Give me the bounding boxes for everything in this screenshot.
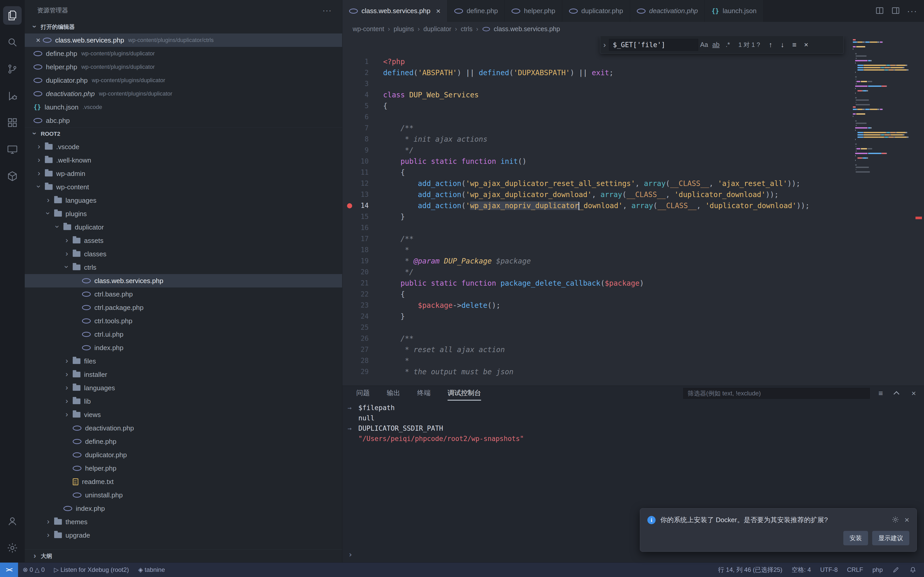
tree-item-lib[interactable]: ›lib xyxy=(25,395,342,408)
open-editor-deactivation.php[interactable]: deactivation.phpwp-content/plugins/dupli… xyxy=(25,87,342,100)
activity-item-source-control[interactable] xyxy=(2,56,23,82)
panel-tab-终端[interactable]: 终端 xyxy=(417,386,431,401)
open-editor-launch.json[interactable]: {}launch.json.vscode xyxy=(25,100,342,114)
install-button[interactable]: 安装 xyxy=(843,531,868,545)
activity-item-extensions[interactable] xyxy=(2,109,23,136)
tab-class.web.services.php[interactable]: class.web.services.php× xyxy=(342,0,447,22)
tree-item-class.web.services.php[interactable]: class.web.services.php xyxy=(25,274,342,287)
tab-define.php[interactable]: define.php xyxy=(447,0,505,22)
breadcrumb-item[interactable]: duplicator xyxy=(423,25,451,33)
tab-duplicator.php[interactable]: duplicator.php xyxy=(562,0,630,22)
status-item-eol[interactable]: CRLF xyxy=(842,562,868,577)
gutter[interactable]: 15 xyxy=(342,211,383,222)
panel-tab-问题[interactable]: 问题 xyxy=(356,386,370,401)
toggle-replace-icon[interactable]: › xyxy=(600,40,609,49)
gutter[interactable]: 4 xyxy=(342,89,383,100)
activity-item-search[interactable] xyxy=(2,29,23,56)
gutter[interactable]: 6 xyxy=(342,111,383,122)
find-in-selection-button[interactable]: ≡ xyxy=(788,39,800,51)
breadcrumb-item[interactable]: plugins xyxy=(394,25,414,33)
open-editor-class.web.services.php[interactable]: ×class.web.services.phpwp-content/plugin… xyxy=(25,34,342,47)
output-view-icon[interactable]: ≡ xyxy=(875,388,886,399)
close-panel-icon[interactable]: × xyxy=(908,388,919,399)
tree-item-duplicator.php[interactable]: duplicator.php xyxy=(25,448,342,462)
tab-helper.php[interactable]: helper.php xyxy=(505,0,562,22)
tree-item-ctrls[interactable]: ›ctrls xyxy=(25,261,342,274)
open-editor-duplicator.php[interactable]: duplicator.phpwp-content/plugins/duplica… xyxy=(25,74,342,87)
gutter[interactable]: 28 xyxy=(342,355,383,366)
code-editor[interactable]: 1<?php2defined('ABSPATH') || defined('DU… xyxy=(342,36,924,385)
gutter[interactable]: 7 xyxy=(342,122,383,134)
activity-item-references[interactable] xyxy=(2,163,23,190)
gutter[interactable]: 20 xyxy=(342,267,383,278)
gutter[interactable]: 22 xyxy=(342,289,383,300)
close-tab-icon[interactable]: × xyxy=(436,7,441,15)
gutter[interactable]: 10 xyxy=(342,156,383,167)
gutter[interactable]: 5 xyxy=(342,100,383,111)
gutter[interactable]: 12 xyxy=(342,178,383,189)
gutter[interactable]: 3 xyxy=(342,78,383,89)
root2-section-header[interactable]: › ROOT2 xyxy=(25,127,342,140)
tree-item-ctrl.tools.php[interactable]: ctrl.tools.php xyxy=(25,314,342,328)
maximize-panel-icon[interactable] xyxy=(892,388,903,399)
activity-item-settings[interactable] xyxy=(2,535,23,561)
status-item-notifications[interactable] xyxy=(905,562,921,577)
gutter[interactable]: 1 xyxy=(342,56,383,67)
minimap[interactable] xyxy=(848,39,913,385)
tree-item-define.php[interactable]: define.php xyxy=(25,435,342,448)
gutter[interactable]: 8 xyxy=(342,134,383,145)
gutter[interactable]: 16 xyxy=(342,222,383,234)
tab-deactivation.php[interactable]: deactivation.php xyxy=(630,0,705,22)
tree-item-views[interactable]: ›views xyxy=(25,408,342,421)
gutter[interactable]: 25 xyxy=(342,322,383,333)
tree-item-languages[interactable]: ›languages xyxy=(25,381,342,395)
gutter[interactable]: 29 xyxy=(342,366,383,377)
gutter[interactable]: 13 xyxy=(342,189,383,200)
status-item-cursor-position[interactable]: 行 14, 列 46 (已选择25) xyxy=(713,562,787,577)
status-item-language-mode[interactable]: php xyxy=(868,562,887,577)
tree-item-wp-admin[interactable]: ›wp-admin xyxy=(25,167,342,181)
match-case-button[interactable]: Aa xyxy=(698,39,710,51)
tree-item-helper.php[interactable]: helper.php xyxy=(25,462,342,475)
tree-item-themes[interactable]: ›themes xyxy=(25,515,342,529)
status-item-feedback[interactable] xyxy=(887,562,905,577)
tree-item-uninstall.php[interactable]: uninstall.php xyxy=(25,488,342,502)
find-input[interactable] xyxy=(609,39,698,51)
tree-item-deactivation.php[interactable]: deactivation.php xyxy=(25,421,342,435)
gutter[interactable]: 23 xyxy=(342,300,383,311)
status-item-xdebug-listen[interactable]: ▷ Listen for Xdebug (root2) xyxy=(49,562,134,577)
outline-section-header[interactable]: › 大纲 xyxy=(25,550,342,562)
panel-tab-输出[interactable]: 输出 xyxy=(387,386,400,401)
gutter[interactable]: 9 xyxy=(342,145,383,156)
tree-item-plugins[interactable]: ›plugins xyxy=(25,207,342,221)
gutter[interactable]: 26 xyxy=(342,333,383,344)
tree-item-upgrade[interactable]: ›upgrade xyxy=(25,529,342,542)
open-editor-abc.php[interactable]: abc.php xyxy=(25,114,342,127)
previous-match-button[interactable]: ↑ xyxy=(765,39,777,51)
console-filter-input[interactable] xyxy=(683,388,870,399)
tab-launch.json[interactable]: {}launch.json xyxy=(705,0,763,22)
breadcrumb-file[interactable]: class.web.services.php xyxy=(482,25,560,33)
tree-item-languages[interactable]: ›languages xyxy=(25,194,342,207)
close-notification-icon[interactable]: × xyxy=(905,515,909,525)
tree-item-ctrl.package.php[interactable]: ctrl.package.php xyxy=(25,301,342,314)
open-editors-header[interactable]: › 打开的编辑器 xyxy=(25,21,342,34)
status-item-indentation[interactable]: 空格: 4 xyxy=(787,562,816,577)
open-editor-define.php[interactable]: define.phpwp-content/plugins/duplicator xyxy=(25,47,342,60)
tree-item-index.php[interactable]: index.php xyxy=(25,502,342,515)
tree-item-duplicator[interactable]: ›duplicator xyxy=(25,221,342,234)
tree-item-ctrl.ui.php[interactable]: ctrl.ui.php xyxy=(25,328,342,341)
gutter[interactable]: 14 xyxy=(342,200,383,211)
gutter[interactable]: 21 xyxy=(342,278,383,289)
gutter[interactable]: 17 xyxy=(342,234,383,245)
tree-item-readme.txt[interactable]: readme.txt xyxy=(25,475,342,488)
remote-indicator[interactable]: >< xyxy=(0,562,18,577)
activity-item-account[interactable] xyxy=(2,508,23,535)
editor-layout-icon[interactable] xyxy=(891,6,900,16)
status-item-problems[interactable]: ⊗ 0 △ 0 xyxy=(18,562,49,577)
tree-item-wp-content[interactable]: ›wp-content xyxy=(25,181,342,194)
tree-item-.well-known[interactable]: ›.well-known xyxy=(25,153,342,167)
activity-item-remote-explorer[interactable] xyxy=(2,136,23,163)
split-editor-icon[interactable] xyxy=(875,6,884,16)
sidebar-more-actions-icon[interactable]: ··· xyxy=(323,6,332,15)
